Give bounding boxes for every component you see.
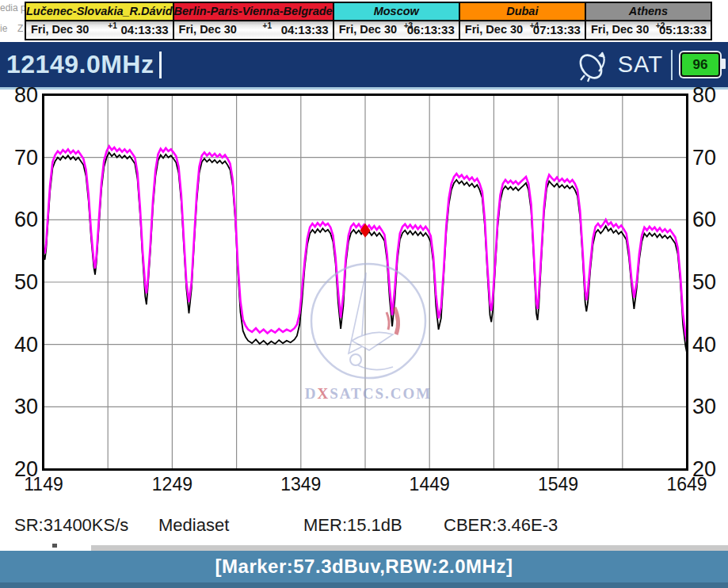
- symbol-rate-value: SR:31400KS/s: [14, 515, 128, 536]
- clock-panel-dubai: Dubai Fri, Dec 30 +4 07:13:33: [459, 2, 586, 40]
- clock-city-label: Berlin-Paris-Vienna-Belgrade: [174, 3, 333, 21]
- marker-readout: [Marker:57.3dBuv,RBW:2.0MHz]: [215, 556, 513, 578]
- clock-panel-lucenec: Lučenec-Slovakia_R.Dávid Fri, Dec 30 +1 …: [25, 2, 174, 40]
- clock-city-label: Athens: [586, 3, 711, 21]
- clock-panel-moscow: Moscow Fri, Dec 30 +3 06:13:33: [333, 2, 460, 40]
- y-tick-label: 30: [692, 395, 728, 419]
- x-tick-label: 1449: [398, 474, 461, 495]
- battery-nub: [720, 59, 726, 69]
- clock-time-row: Fri, Dec 30 +4 07:13:33: [460, 21, 585, 39]
- clock-time: 04:13:33: [281, 23, 329, 36]
- sat-mode-label: SAT: [618, 52, 663, 78]
- clock-city-label: Dubai: [460, 3, 585, 21]
- battery-percent: 96: [693, 57, 708, 73]
- clock-time-row: Fri, Dec 30 +3 06:13:33: [334, 21, 459, 39]
- clock-time: 04:13:33: [121, 23, 169, 36]
- satellite-dish-icon: [575, 48, 612, 82]
- battery-indicator: 96: [680, 52, 720, 77]
- clock-time-row: Fri, Dec 30 +1 04:13:33: [174, 21, 333, 39]
- world-clock-widget: Lučenec-Slovakia_R.Dávid Fri, Dec 30 +1 …: [25, 2, 712, 40]
- clock-utc-offset: +1: [108, 21, 116, 30]
- y-tick-label: 70: [2, 146, 38, 170]
- y-tick-label: 80: [2, 83, 38, 108]
- clock-city-label: Lučenec-Slovakia_R.Dávid: [26, 3, 173, 21]
- y-tick-label: 50: [2, 270, 38, 295]
- clock-panel-athens: Athens Fri, Dec 30 +2 05:13:33: [585, 2, 712, 40]
- signal-info-bar: SR:31400KS/s Mediaset MER:15.1dB CBER:3.…: [0, 514, 728, 540]
- x-tick-label: 1149: [12, 474, 75, 495]
- bottom-edge-strip: [0, 582, 728, 588]
- separator-line: [91, 545, 728, 551]
- separator-tick: [52, 544, 57, 548]
- clock-date: Fri, Dec 30: [179, 23, 237, 36]
- background-page-fragment: Z: [17, 23, 23, 34]
- clock-date: Fri, Dec 30: [31, 23, 89, 36]
- y-tick-label: 40: [2, 333, 38, 357]
- marker-status-bar: [Marker:57.3dBuv,RBW:2.0MHz]: [0, 551, 728, 582]
- clock-time-row: Fri, Dec 30 +2 05:13:33: [586, 21, 711, 39]
- y-tick-label: 40: [692, 333, 728, 357]
- x-tick-label: 1549: [527, 474, 590, 495]
- spectrum-plot-area: [42, 94, 688, 471]
- clock-time: 07:13:33: [533, 23, 581, 36]
- clock-panel-berlin: Berlin-Paris-Vienna-Belgrade Fri, Dec 30…: [173, 2, 334, 40]
- mer-value: MER:15.1dB: [303, 515, 402, 536]
- clock-time: 05:13:33: [659, 23, 707, 36]
- clock-utc-offset: +1: [263, 21, 272, 30]
- clock-date: Fri, Dec 30: [591, 23, 649, 36]
- y-tick-label: 80: [692, 83, 728, 108]
- y-tick-label: 70: [692, 146, 728, 170]
- clock-time-row: Fri, Dec 30 +1 04:13:33: [26, 21, 173, 39]
- separator-strip: [0, 544, 728, 551]
- x-tick-label: 1349: [269, 474, 333, 495]
- header-divider: [671, 50, 673, 80]
- frequency-input[interactable]: 12149.0MHz: [6, 50, 162, 79]
- y-tick-label: 30: [2, 395, 38, 419]
- spectrum-chart: [42, 94, 688, 471]
- y-tick-label: 50: [692, 270, 728, 295]
- clock-date: Fri, Dec 30: [465, 23, 523, 36]
- text-cursor: [159, 52, 162, 78]
- background-page-fragment: ie: [0, 23, 7, 34]
- cber-value: CBER:3.46E-3: [444, 515, 558, 536]
- clock-date: Fri, Dec 30: [339, 23, 397, 36]
- background-page-fragment: edia p: [0, 2, 26, 13]
- provider-name: Mediaset: [158, 515, 229, 536]
- header-status-cluster: SAT 96: [575, 48, 720, 82]
- y-tick-label: 60: [2, 208, 38, 232]
- clock-time: 06:13:33: [407, 23, 455, 36]
- meter-header-bar: 12149.0MHz SAT 96: [0, 42, 728, 90]
- x-tick-label: 1649: [655, 474, 718, 495]
- clock-city-label: Moscow: [334, 3, 459, 21]
- y-tick-label: 60: [692, 208, 728, 232]
- frequency-value: 12149.0MHz: [6, 50, 154, 79]
- x-tick-label: 1249: [140, 474, 204, 495]
- satellite-meter-screen: { "background_page": { "fragment1": "edi…: [0, 0, 728, 588]
